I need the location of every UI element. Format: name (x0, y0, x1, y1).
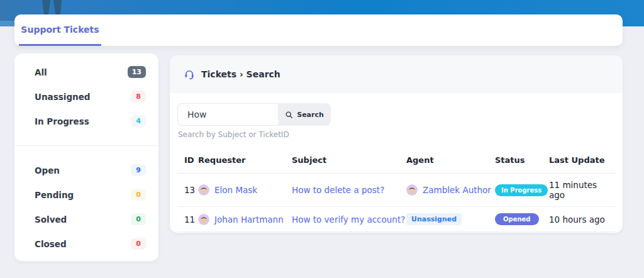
requester-link[interactable]: Johan Hartmann (198, 214, 292, 225)
count-badge: 0 (131, 213, 146, 225)
filter-label: Open (35, 165, 60, 175)
column-header-status: Status (495, 152, 549, 174)
tab-bar: Support Tickets (14, 14, 623, 46)
search-button-label: Search (297, 111, 324, 119)
tab-support-tickets[interactable]: Support Tickets (19, 14, 101, 46)
count-badge: 9 (131, 164, 146, 176)
last-update: 10 hours ago (549, 207, 615, 232)
status-badge: Opened (495, 213, 539, 225)
sidebar-item-closed[interactable]: Closed 0 (14, 231, 158, 256)
headset-icon (184, 69, 195, 80)
search-icon (285, 111, 293, 119)
count-badge: 0 (131, 238, 146, 250)
count-badge: 0 (131, 189, 146, 201)
requester-name: Johan Hartmann (214, 214, 284, 225)
sidebar-item-in-progress[interactable]: In Progress 4 (14, 109, 158, 133)
sidebar-item-open[interactable]: Open 9 (14, 158, 158, 182)
requester-name: Elon Mask (214, 185, 257, 195)
avatar (198, 184, 209, 196)
table-row: 11 Johan Hartmann How to verify my accou… (177, 207, 615, 232)
filter-label: In Progress (35, 116, 89, 126)
ticket-filters-sidebar: All 13 Unassigned 8 In Progress 4 Open 9… (14, 53, 158, 261)
filter-label: Closed (35, 239, 67, 249)
sidebar-item-solved[interactable]: Solved 0 (14, 207, 158, 231)
filter-label: Solved (35, 214, 67, 225)
unassigned-badge: Unassigned (406, 213, 462, 225)
search-input[interactable] (177, 103, 278, 126)
filter-label: Unassigned (35, 92, 90, 102)
breadcrumb-text: Tickets › Search (201, 69, 280, 79)
ticket-subject-link[interactable]: How to delete a post? (292, 185, 384, 195)
count-badge: 13 (128, 66, 146, 78)
decorative-figure-illustration (42, 0, 64, 14)
tickets-table: ID Requester Subject Agent Status Last U… (177, 152, 615, 232)
search-controls: Search (177, 103, 623, 126)
sidebar-item-all[interactable]: All 13 (14, 60, 158, 84)
sidebar-item-pending[interactable]: Pending 0 (14, 182, 158, 207)
sidebar-item-unassigned[interactable]: Unassigned 8 (14, 84, 158, 109)
ticket-id: 13 (177, 174, 198, 207)
column-header-agent: Agent (406, 152, 495, 174)
ticket-id: 11 (177, 207, 198, 232)
last-update: 11 minutes ago (549, 174, 615, 207)
table-header-row: ID Requester Subject Agent Status Last U… (177, 152, 615, 174)
filter-label: Pending (35, 190, 74, 200)
column-header-id: ID (177, 152, 198, 174)
tickets-search-panel: Tickets › Search Search Search by Subjec… (170, 55, 623, 233)
table-row: 13 Elon Mask How to delete a post? (177, 174, 615, 207)
status-badge: In Progress (495, 184, 548, 196)
column-header-requester: Requester (198, 152, 292, 174)
agent-link[interactable]: Zamblek Author (406, 184, 495, 196)
sidebar-divider (14, 145, 158, 146)
count-badge: 8 (131, 91, 146, 103)
ticket-subject-link[interactable]: How to verify my account? (292, 214, 405, 225)
avatar (406, 184, 418, 196)
breadcrumb: Tickets › Search (170, 55, 623, 93)
column-header-subject: Subject (292, 152, 406, 174)
column-header-last-update: Last Update (549, 152, 615, 174)
count-badge: 4 (131, 115, 146, 127)
search-button[interactable]: Search (278, 103, 331, 126)
requester-link[interactable]: Elon Mask (198, 184, 292, 196)
agent-name: Zamblek Author (423, 185, 491, 195)
search-helper-text: Search by Subject or TicketID (178, 130, 623, 139)
avatar (198, 214, 209, 225)
filter-label: All (35, 67, 47, 77)
